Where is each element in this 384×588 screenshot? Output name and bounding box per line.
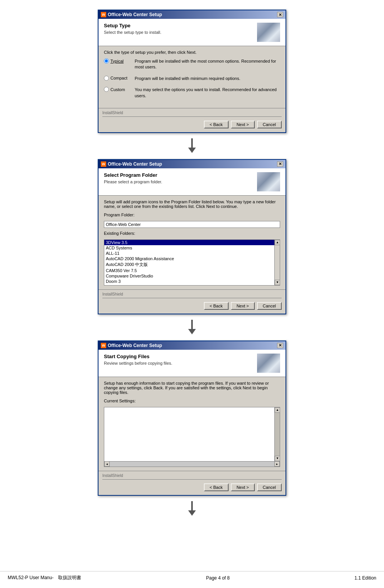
dialog2-folder-label: Program Folder: <box>104 213 280 217</box>
folder-item-0[interactable]: 3DView 3.5 <box>104 240 274 245</box>
dialog3-icon: W <box>101 343 106 348</box>
dialog1-content: Click the type of setup you prefer, then… <box>99 46 285 108</box>
folder-list-container: 3DView 3.5 ACD Systems ALL-11 AutoCAD 20… <box>104 239 280 286</box>
settings-content[interactable] <box>104 407 274 461</box>
dialog2-instruction: Setup will add program icons to the Prog… <box>104 199 280 209</box>
dialog3-subtitle: Review settings before copying files. <box>104 361 172 365</box>
dialog2-title: Office-Web Center Setup <box>108 161 162 167</box>
dialog2-graphic <box>257 172 280 191</box>
dialog3-settings-label: Current Settings: <box>104 399 280 403</box>
dialog1-heading: Setup Type <box>104 23 161 28</box>
dialog3-graphic <box>257 354 280 373</box>
radio-typical-label[interactable]: Typical <box>104 58 131 63</box>
dialog3-back-button[interactable]: < Back <box>204 483 229 491</box>
dialog2-icon: W <box>101 161 106 167</box>
dialog3-content: Setup has enough information to start co… <box>99 377 285 471</box>
radio-compact-input[interactable] <box>104 76 109 81</box>
dialog2-body: Select Program Folder Please select a pr… <box>99 168 285 314</box>
dialog2-back-button[interactable]: < Back <box>204 302 229 310</box>
dialog1-subtitle: Select the setup type to install. <box>104 30 161 35</box>
dialog2-next-button[interactable]: Next > <box>231 302 255 310</box>
v-scroll-down[interactable]: ▼ <box>275 456 280 461</box>
dialog2-content: Setup will add program icons to the Prog… <box>99 196 285 289</box>
radio-typical-text: Typical <box>110 59 124 63</box>
dialog2-close-button[interactable]: ✕ <box>277 161 283 167</box>
page-footer: MWL52-P User Manu- 取扱説明書 Page 4 of 8 1.1… <box>0 571 384 584</box>
dialog3-button-row: < Back Next > Cancel <box>102 482 282 493</box>
radio-custom-text: Custom <box>110 87 125 92</box>
radio-custom-desc: You may select the options you want to i… <box>135 87 280 99</box>
dialog1-instruction: Click the type of setup you prefer, then… <box>104 50 280 55</box>
radio-compact-desc: Program will be installed with minimum r… <box>135 76 240 81</box>
dialog1-body: Setup Type Select the setup type to inst… <box>99 19 285 132</box>
h-scrollbar[interactable]: ◄ ► <box>104 461 280 467</box>
dialog1-close-button[interactable]: ✕ <box>277 12 283 17</box>
dialog3-close-button[interactable]: ✕ <box>277 343 283 348</box>
dialog3-installshield: InstallShield <box>102 473 282 478</box>
dialog3-cancel-button[interactable]: Cancel <box>257 483 282 491</box>
dialog2-footer: InstallShield < Back Next > Cancel <box>99 289 285 314</box>
v-scroll-thumb <box>275 413 280 456</box>
radio-typical-desc: Program will be installed with the most … <box>135 58 280 70</box>
radio-compact-label[interactable]: Compact <box>104 76 131 81</box>
radio-custom-input[interactable] <box>104 87 109 92</box>
radio-typical: Typical Program will be installed with t… <box>104 58 280 70</box>
folder-item-4[interactable]: AutoCAD 2000 中文版 <box>104 261 274 268</box>
radio-typical-input[interactable] <box>104 58 109 63</box>
dialog1-icon: W <box>101 12 106 17</box>
dialog3-next-button[interactable]: Next > <box>231 483 255 491</box>
folder-item-5[interactable]: CAM350 Ver 7.5 <box>104 268 274 273</box>
folder-list[interactable]: 3DView 3.5 ACD Systems ALL-11 AutoCAD 20… <box>104 240 274 285</box>
radio-custom: Custom You may select the options you wa… <box>104 87 280 99</box>
footer-center: Page 4 of 8 <box>206 575 230 581</box>
page-container: W Office-Web Center Setup ✕ Setup Type S… <box>0 0 384 588</box>
dialog-setup-type: W Office-Web Center Setup ✕ Setup Type S… <box>98 10 286 133</box>
radio-custom-label[interactable]: Custom <box>104 87 131 92</box>
dialog1-back-button[interactable]: < Back <box>204 121 229 128</box>
radio-compact-text: Compact <box>110 76 127 80</box>
folder-item-6[interactable]: Compuware DriverStudio <box>104 273 274 279</box>
scroll-up-arrow[interactable]: ▲ <box>275 240 280 245</box>
settings-wrapper: ▲ ▼ ◄ ► <box>104 407 280 467</box>
scroll-down-arrow[interactable]: ▼ <box>275 280 280 285</box>
arrow-down-3 <box>186 501 198 517</box>
folder-item-8[interactable]: Ellisys USB Tracker <box>104 284 274 285</box>
dialog2-cancel-button[interactable]: Cancel <box>257 302 282 310</box>
dialog1-header: Setup Type Select the setup type to inst… <box>99 19 285 46</box>
radio-compact: Compact Program will be installed with m… <box>104 76 280 81</box>
h-scroll-right[interactable]: ► <box>274 461 280 467</box>
dialog3-titlebar: W Office-Web Center Setup ✕ <box>99 341 285 350</box>
dialog-program-folder: W Office-Web Center Setup ✕ Select Progr… <box>98 159 286 314</box>
dialog2-header: Select Program Folder Please select a pr… <box>99 168 285 196</box>
dialog2-installshield: InstallShield <box>102 292 282 296</box>
dialog1-next-button[interactable]: Next > <box>231 121 255 128</box>
dialog3-body: Start Copying Files Review settings befo… <box>99 350 285 495</box>
v-scrollbar[interactable]: ▲ ▼ <box>274 407 280 461</box>
footer-right: 1.1 Edition <box>354 575 376 581</box>
folder-item-7[interactable]: Doom 3 <box>104 279 274 284</box>
dialog2-heading: Select Program Folder <box>104 172 162 178</box>
dialog1-title: Office-Web Center Setup <box>108 12 162 17</box>
folder-item-1[interactable]: ACD Systems <box>104 245 274 251</box>
footer-left: MWL52-P User Manu- 取扱説明書 <box>8 575 81 581</box>
dialog3-footer: InstallShield < Back Next > Cancel <box>99 471 285 495</box>
dialog1-footer: InstallShield < Back Next > Cancel <box>99 108 285 132</box>
dialog1-cancel-button[interactable]: Cancel <box>257 121 282 128</box>
dialog2-subtitle: Please select a program folder. <box>104 179 162 184</box>
program-folder-input[interactable] <box>104 221 280 228</box>
folder-item-3[interactable]: AutoCAD 2000 Migration Assistance <box>104 256 274 261</box>
h-scroll-left[interactable]: ◄ <box>104 461 110 467</box>
h-scroll-track <box>110 462 274 467</box>
dialog3-instruction: Setup has enough information to start co… <box>104 381 280 395</box>
dialog1-button-row: < Back Next > Cancel <box>102 119 282 130</box>
scroll-thumb <box>275 245 280 280</box>
v-scroll-up[interactable]: ▲ <box>275 407 280 413</box>
dialog1-installshield: InstallShield <box>102 111 282 115</box>
dialog2-titlebar: W Office-Web Center Setup ✕ <box>99 160 285 168</box>
dialog1-titlebar: W Office-Web Center Setup ✕ <box>99 10 285 19</box>
dialog3-header: Start Copying Files Review settings befo… <box>99 350 285 377</box>
existing-folders-label: Existing Folders: <box>104 231 280 236</box>
dialog-copy-files: W Office-Web Center Setup ✕ Start Copyin… <box>98 341 286 496</box>
folder-list-scrollbar[interactable]: ▲ ▼ <box>274 240 280 285</box>
folder-item-2[interactable]: ALL-11 <box>104 251 274 256</box>
